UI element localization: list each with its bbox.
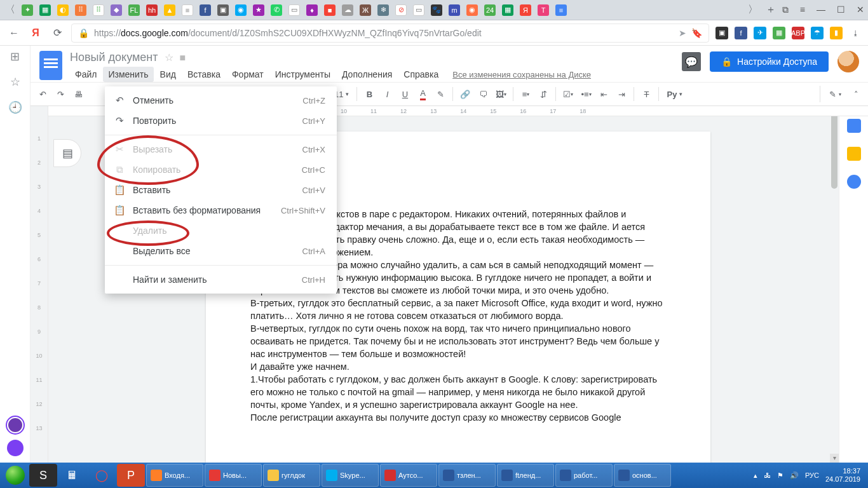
taskbar-task[interactable]: тзлен...: [438, 464, 496, 487]
tab-active-docs[interactable]: ≡: [555, 4, 567, 16]
url-field[interactable]: 🔒 https://docs.google.com/document/d/1Z0…: [71, 24, 709, 43]
menu-edit[interactable]: Изменить: [103, 67, 153, 82]
pinned-powerpoint[interactable]: P: [117, 464, 145, 487]
tab-icon[interactable]: ■: [324, 4, 336, 16]
scrollbar[interactable]: ▴ ▾: [830, 106, 839, 463]
nav-reload[interactable]: ⟳: [50, 25, 65, 41]
history-icon[interactable]: 🕘: [8, 100, 22, 114]
docs-logo-icon[interactable]: [39, 51, 62, 80]
menu-tools[interactable]: Инструменты: [270, 67, 336, 82]
keep-icon[interactable]: [847, 147, 861, 161]
tab-icon[interactable]: FL: [128, 4, 140, 16]
input-tools-button[interactable]: Ру▾: [663, 90, 686, 99]
tab-icon[interactable]: ☁: [342, 4, 353, 16]
taskbar-task[interactable]: гуглдок: [263, 464, 320, 487]
editing-mode-button[interactable]: ✎▾: [827, 86, 844, 102]
tab-icon[interactable]: ❄: [377, 4, 389, 16]
ext-icon[interactable]: ▣: [715, 27, 728, 39]
menu-select-all[interactable]: Выделить все Ctrl+A: [105, 241, 337, 261]
ext-icon[interactable]: ▮: [830, 27, 843, 39]
browser-menu-icon[interactable]: ≡: [800, 4, 805, 15]
print-button[interactable]: 🖶: [70, 86, 86, 102]
tab-icon[interactable]: ⠿: [75, 4, 86, 16]
ext-icon[interactable]: ▦: [773, 27, 785, 39]
tab-icon[interactable]: m: [449, 4, 460, 16]
taskbar-task[interactable]: Аутсо...: [380, 464, 437, 487]
menu-help[interactable]: Справка: [398, 67, 444, 82]
tray-flag-icon[interactable]: ⚑: [777, 471, 783, 480]
tab-icon[interactable]: ≡: [182, 4, 193, 16]
ext-icon[interactable]: ✈: [754, 27, 766, 39]
taskbar-task[interactable]: ftленд...: [497, 464, 554, 487]
tray-network-icon[interactable]: 🖧: [764, 471, 771, 479]
menu-cut[interactable]: ✂ Вырезать Ctrl+X: [105, 139, 337, 159]
menu-undo[interactable]: ↶ Отменить Ctrl+Z: [105, 90, 337, 111]
tray-volume-icon[interactable]: 🔊: [790, 471, 799, 480]
menu-view[interactable]: Вид: [155, 67, 181, 82]
tab-icon[interactable]: f: [200, 4, 211, 16]
tabs-scroll-right[interactable]: 〉: [747, 4, 759, 17]
nav-back[interactable]: ←: [6, 25, 22, 41]
tab-icon[interactable]: Я: [520, 4, 531, 16]
menu-find-replace[interactable]: Найти и заменить Ctrl+H: [105, 269, 337, 290]
alice-assistant-icon[interactable]: [7, 417, 24, 433]
menu-redo[interactable]: ↷ Повторить Ctrl+Y: [105, 111, 337, 131]
window-close[interactable]: ✕: [857, 4, 864, 15]
favorite-star-icon[interactable]: ☆: [8, 75, 22, 89]
tab-icon[interactable]: ▦: [502, 4, 513, 16]
comments-button[interactable]: 💬: [682, 52, 701, 71]
menu-paste-plain[interactable]: 📋 Вставить без форматирования Ctrl+Shift…: [105, 200, 337, 220]
tab-icon[interactable]: hh: [146, 4, 158, 16]
insert-comment-button[interactable]: 🗨: [475, 86, 491, 102]
bold-button[interactable]: B: [361, 86, 377, 102]
tab-icon[interactable]: ✦: [22, 4, 33, 16]
insert-image-button[interactable]: 🖼▾: [492, 86, 509, 102]
document-title[interactable]: Новый документ: [70, 51, 158, 64]
ext-icon[interactable]: f: [735, 27, 747, 39]
highlight-button[interactable]: ✎: [432, 86, 449, 102]
tabs-scroll-left[interactable]: 〈: [4, 4, 17, 17]
tab-icon[interactable]: ◉: [235, 4, 247, 16]
tray-show-hidden[interactable]: ▴: [754, 471, 757, 480]
tasks-icon[interactable]: [847, 175, 861, 189]
tabs-panel-icon[interactable]: ⧉: [782, 4, 789, 15]
menu-file[interactable]: Файл: [70, 67, 102, 82]
menu-addons[interactable]: Дополнения: [337, 67, 397, 82]
window-minimize[interactable]: —: [817, 4, 825, 15]
outdent-button[interactable]: ⇤: [595, 86, 612, 102]
new-tab-button[interactable]: ＋: [764, 4, 777, 17]
pinned-opera[interactable]: ◯: [88, 464, 116, 487]
menu-delete[interactable]: Удалить: [105, 220, 337, 241]
bullet-list-button[interactable]: •≡▾: [578, 86, 594, 102]
tab-icon[interactable]: ♦: [306, 4, 318, 16]
account-avatar[interactable]: [837, 51, 859, 72]
text-color-button[interactable]: A: [414, 86, 431, 102]
pinned-snagit[interactable]: S: [29, 464, 57, 487]
taskbar-task[interactable]: Skype...: [322, 464, 379, 487]
menu-format[interactable]: Формат: [227, 67, 269, 82]
tab-icon[interactable]: Ж: [360, 4, 371, 16]
taskbar-task[interactable]: работ...: [555, 464, 613, 487]
changes-saved-link[interactable]: Все изменения сохранены на Диске: [452, 70, 591, 79]
calendar-icon[interactable]: [847, 119, 861, 133]
scroll-thumb[interactable]: [831, 112, 837, 189]
pinned-calc[interactable]: 🖩: [58, 464, 86, 487]
tab-icon[interactable]: ▭: [288, 4, 300, 16]
collapse-toolbar[interactable]: ˄: [848, 90, 864, 99]
window-maximize[interactable]: ☐: [837, 4, 845, 15]
tab-icon[interactable]: T: [538, 4, 549, 16]
tab-icon[interactable]: ▭: [413, 4, 424, 16]
tab-icon[interactable]: 🐾: [431, 4, 442, 16]
tray-lang[interactable]: РУС: [805, 471, 819, 479]
tab-icon[interactable]: ★: [253, 4, 264, 16]
align-button[interactable]: ≡▾: [517, 86, 534, 102]
tab-icon[interactable]: ◉: [466, 4, 478, 16]
alice-voice-icon[interactable]: [7, 440, 24, 456]
downloads-icon[interactable]: ⭳: [849, 27, 862, 39]
line-spacing-button[interactable]: ⇵: [535, 86, 552, 102]
ext-icon[interactable]: ☂: [811, 27, 824, 39]
tab-icon[interactable]: ✆: [271, 4, 282, 16]
star-icon[interactable]: ☆: [165, 51, 173, 64]
clear-format-button[interactable]: T: [638, 86, 654, 102]
tab-icon[interactable]: ▲: [164, 4, 175, 16]
